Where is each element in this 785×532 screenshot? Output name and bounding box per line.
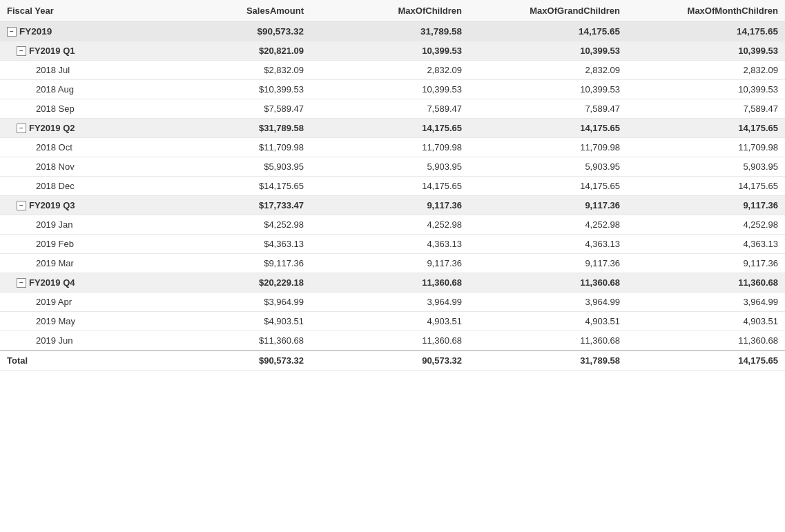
maxChildren-cell: 90,573.32 [311,351,469,371]
quarter-cell: −FY2019 Q4 [0,273,152,293]
maxMonth-cell: 11,360.68 [627,273,785,293]
table-row: 2018 Aug$10,399.5310,399.5310,399.5310,3… [0,80,785,99]
col-header-max-month-children: MaxOfMonthChildren [627,0,785,22]
salesAmount-cell: $11,709.98 [152,138,311,157]
month-cell: 2018 Jul [0,61,152,80]
collapse-icon[interactable]: − [17,124,26,133]
maxChildren-cell: 4,252.98 [311,215,469,235]
col-header-max-children: MaxOfChildren [311,0,469,22]
table-row: −FY2019 Q4$20,229.1811,360.6811,360.6811… [0,273,785,293]
maxChildren-cell: 7,589.47 [311,99,469,119]
salesAmount-cell: $7,589.47 [152,99,311,119]
maxGrand-cell: 10,399.53 [469,41,627,61]
maxMonth-cell: 11,709.98 [627,138,785,157]
maxChildren-cell: 10,399.53 [311,41,469,61]
salesAmount-cell: $20,229.18 [152,273,311,293]
maxGrand-cell: 14,175.65 [469,22,627,41]
salesAmount-cell: $11,360.68 [152,331,311,351]
maxMonth-cell: 10,399.53 [627,80,785,99]
maxGrand-cell: 9,117.36 [469,254,627,273]
salesAmount-cell: $90,573.32 [152,351,311,371]
maxChildren-cell: 31,789.58 [311,22,469,41]
table-row: 2018 Oct$11,709.9811,709.9811,709.9811,7… [0,138,785,157]
maxGrand-cell: 31,789.58 [469,351,627,371]
maxMonth-cell: 2,832.09 [627,61,785,80]
month-cell: 2019 Feb [0,235,152,254]
month-cell: 2019 Jun [0,331,152,351]
maxChildren-cell: 4,903.51 [311,312,469,331]
maxMonth-cell: 14,175.65 [627,351,785,371]
maxChildren-cell: 11,709.98 [311,138,469,157]
month-cell: 2019 Jan [0,215,152,235]
table-row: 2019 Mar$9,117.369,117.369,117.369,117.3… [0,254,785,273]
salesAmount-cell: $31,789.58 [152,119,311,138]
maxGrand-cell: 11,360.68 [469,331,627,351]
month-cell: 2019 Apr [0,293,152,312]
maxGrand-cell: 3,964.99 [469,293,627,312]
maxChildren-cell: 14,175.65 [311,119,469,138]
month-cell: 2019 May [0,312,152,331]
maxGrand-cell: 2,832.09 [469,61,627,80]
maxChildren-cell: 3,964.99 [311,293,469,312]
maxChildren-cell: 2,832.09 [311,61,469,80]
table-row: 2019 Apr$3,964.993,964.993,964.993,964.9… [0,293,785,312]
quarter-label: FY2019 Q3 [29,200,75,210]
data-table: Fiscal Year SalesAmount MaxOfChildren Ma… [0,0,785,371]
maxMonth-cell: 4,363.13 [627,235,785,254]
quarter-cell: −FY2019 Q2 [0,119,152,138]
salesAmount-cell: $4,903.51 [152,312,311,331]
table-row: 2018 Dec$14,175.6514,175.6514,175.6514,1… [0,177,785,196]
month-cell: 2018 Aug [0,80,152,99]
header-row: Fiscal Year SalesAmount MaxOfChildren Ma… [0,0,785,22]
table-row: 2019 Jun$11,360.6811,360.6811,360.6811,3… [0,331,785,351]
maxGrand-cell: 11,360.68 [469,273,627,293]
salesAmount-cell: $3,964.99 [152,293,311,312]
quarter-label: FY2019 Q4 [29,277,75,288]
quarter-label: FY2019 Q1 [29,46,75,56]
fiscal-year-cell: −FY2019 [0,22,152,41]
fy-label: FY2019 [19,26,52,37]
table-row: 2019 Feb$4,363.134,363.134,363.134,363.1… [0,235,785,254]
month-cell: 2018 Sep [0,99,152,119]
table-row: −FY2019$90,573.3231,789.5814,175.6514,17… [0,22,785,41]
maxMonth-cell: 7,589.47 [627,99,785,119]
month-cell: 2018 Dec [0,177,152,196]
collapse-icon[interactable]: − [7,27,17,37]
maxChildren-cell: 9,117.36 [311,196,469,215]
maxGrand-cell: 9,117.36 [469,196,627,215]
salesAmount-cell: $9,117.36 [152,254,311,273]
month-cell: 2018 Nov [0,157,152,177]
maxChildren-cell: 14,175.65 [311,177,469,196]
maxMonth-cell: 9,117.36 [627,254,785,273]
maxChildren-cell: 10,399.53 [311,80,469,99]
collapse-icon[interactable]: − [17,46,26,56]
maxMonth-cell: 14,175.65 [627,22,785,41]
maxChildren-cell: 5,903.95 [311,157,469,177]
quarter-cell: −FY2019 Q3 [0,196,152,215]
maxMonth-cell: 4,903.51 [627,312,785,331]
month-cell: 2018 Oct [0,138,152,157]
table-row: −FY2019 Q2$31,789.5814,175.6514,175.6514… [0,119,785,138]
table-row: 2019 May$4,903.514,903.514,903.514,903.5… [0,312,785,331]
salesAmount-cell: $17,733.47 [152,196,311,215]
maxGrand-cell: 4,363.13 [469,235,627,254]
maxGrand-cell: 14,175.65 [469,177,627,196]
salesAmount-cell: $10,399.53 [152,80,311,99]
maxGrand-cell: 4,903.51 [469,312,627,331]
collapse-icon[interactable]: − [17,201,26,210]
maxMonth-cell: 3,964.99 [627,293,785,312]
salesAmount-cell: $5,903.95 [152,157,311,177]
table-row: 2018 Sep$7,589.477,589.477,589.477,589.4… [0,99,785,119]
collapse-icon[interactable]: − [17,278,26,288]
salesAmount-cell: $14,175.65 [152,177,311,196]
maxChildren-cell: 4,363.13 [311,235,469,254]
maxMonth-cell: 14,175.65 [627,119,785,138]
maxMonth-cell: 4,252.98 [627,215,785,235]
total-label-cell: Total [0,351,152,371]
total-label: Total [7,355,28,366]
table-row: Total$90,573.3290,573.3231,789.5814,175.… [0,351,785,371]
table-row: 2018 Jul$2,832.092,832.092,832.092,832.0… [0,61,785,80]
maxChildren-cell: 11,360.68 [311,331,469,351]
col-header-max-grand-children: MaxOfGrandChildren [469,0,627,22]
salesAmount-cell: $4,252.98 [152,215,311,235]
